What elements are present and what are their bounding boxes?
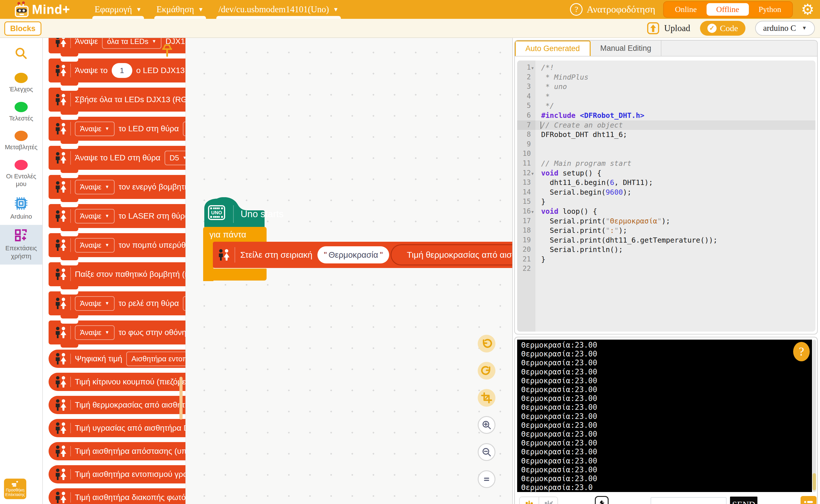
usb-disconnect-button[interactable] [538,497,557,504]
monitor-scrollbar[interactable] [813,340,816,492]
block-dropdown[interactable]: όλα τα LEDs▼ [102,38,161,49]
feedback-label: Ανατροφοδότηση [586,4,655,15]
chevron-down-icon: ▼ [105,243,109,248]
secondary-toolbar: Blocks Upload ✓ Code arduino C ▼ [0,19,820,38]
send-button[interactable]: SEND [730,497,757,504]
sidebar-item-4[interactable]: Arduino [0,193,42,225]
palette-block-17[interactable]: Τιμή αισθητήρα διακοπής φωτός στη [49,488,186,504]
palette-block-3[interactable]: Άναψε▼το LED στη θύραD5▼ [49,117,186,141]
serial-send-input[interactable] [651,497,727,504]
code-line-11: 11// Main program start [517,159,815,168]
tab-auto-generated[interactable]: Auto Generated [515,41,590,56]
palette-block-5[interactable]: Άναψε▼τον ενεργό βομβητή στη [49,175,186,199]
upload-button[interactable]: Upload [646,21,690,35]
mode-switcher: OnlineOfflinePython [663,1,793,18]
code-toggle[interactable]: ✓ Code [700,21,745,36]
redo-button[interactable] [478,362,495,380]
sidebar-item-2[interactable]: Μεταβλητές [0,127,42,156]
palette-block-11[interactable]: Ψηφιακή τιμήΑισθητήρα εντοπισμο▼ [49,350,186,368]
monitor-scrollbar-thumb[interactable] [813,473,816,490]
couple-icon [55,38,66,47]
output-list-button[interactable] [801,496,817,504]
clear-output-button[interactable] [595,496,608,504]
monitor-line: Θερμοκρασία:23.00 [521,341,812,350]
palette-block-14[interactable]: Τιμή υγρασίας από αισθητήρα DHT11 [49,419,186,437]
fold-icon[interactable]: ▼ [531,207,534,217]
couple-icon [55,239,66,251]
mode-python[interactable]: Python [749,3,791,16]
blocks-tab-button[interactable]: Blocks [4,21,41,36]
palette-block-7[interactable]: Άναψε▼τον πομπό υπερύθρων στ [49,233,186,257]
serial-string-input[interactable]: " Θερμοκρασία " [318,246,389,263]
palette-block-10[interactable]: Άναψε▼το φως στην οθόνη LCD1 [49,320,186,344]
mode-online[interactable]: Online [665,3,706,16]
temperature-reporter-block[interactable]: Τιμή θερμοκρασίας από αισθητή [391,244,513,265]
sidebar-item-3[interactable]: Οι Εντολές μου [0,156,42,193]
block-dropdown[interactable]: Άναψε▼ [75,296,114,311]
block-dropdown[interactable]: Άναψε▼ [75,122,114,136]
couple-icon [55,123,66,135]
language-selector[interactable]: arduino C ▼ [755,21,815,36]
fold-icon[interactable]: ▼ [531,169,534,179]
mode-offline[interactable]: Offline [707,3,749,16]
block-dropdown[interactable]: Άναψε▼ [75,325,114,340]
center-view-button[interactable] [478,470,495,488]
zoom-out-button[interactable] [478,443,495,461]
block-dropdown[interactable]: D5▼ [183,296,186,311]
palette-block-6[interactable]: Άναψε▼το LASER στη θύραD5▼ [49,204,186,228]
menu-item-0[interactable]: Εφαρμογή▼ [87,0,149,19]
serial-print-block[interactable]: Στείλε στη σειριακή " Θερμοκρασία " και … [213,242,513,268]
sidebar-item-0[interactable]: Έλεγχος [0,69,42,98]
forever-label: για πάντα [210,230,246,239]
zoom-in-button[interactable] [478,416,495,434]
palette-block-4[interactable]: Άναψε το LED στη θύραD5▼με έ [49,146,186,170]
palette-block-8[interactable]: Παίξε στον παθητικό βομβητή (ηχείο) σ [49,262,186,286]
palette-block-2[interactable]: Σβήσε όλα τα LEDs DJX13 (RGB), στη θ [49,88,186,112]
chevron-down-icon: ▼ [136,6,142,13]
help-button[interactable]: ? [793,342,810,361]
sidebar-item-5[interactable]: Επεκτάσεις χρήστη [0,225,42,265]
sidebar-item-1[interactable]: Τελεστές [0,98,42,127]
palette-block-13[interactable]: Τιμή θερμοκρασίας από αισθητήρα DH [49,396,186,414]
usb-connect-button[interactable] [520,497,538,504]
block-number-input[interactable]: 1 [112,63,132,78]
add-extension-button[interactable]: Προσθήκη Επέκτασης [4,479,26,499]
couple-icon [55,376,66,388]
monitor-line: Θερμοκρασία:23.00 [521,376,812,385]
monitor-line: Θερμοκρασία:23.00 [521,457,812,465]
couple-icon [55,468,66,480]
block-dropdown[interactable]: D5▼ [164,151,186,165]
sidebar-item-label: Επεκτάσεις χρήστη [1,244,41,260]
tab-manual-editing[interactable]: Manual Editing [590,41,662,56]
block-dropdown[interactable]: Άναψε▼ [75,180,114,194]
search-icon [14,46,29,61]
palette-block-12[interactable]: Τιμή κίτρινου κουμπού (πιεζόμενου δι [49,373,186,391]
search-button[interactable] [0,38,42,69]
fold-icon[interactable]: ▼ [531,63,534,73]
palette-block-9[interactable]: Άναψε▼το ρελέ στη θύραD5▼ [49,291,186,315]
menu-item-1[interactable]: Εκμάθηση▼ [149,0,211,19]
code-editor[interactable]: 1▼/*!2 * MindPlus3 * uno4 *5 */6#include… [517,61,815,332]
menu-item-2[interactable]: /dev/cu.usbmodem14101(Uno)▼ [211,0,346,19]
screenshot-button[interactable] [478,389,495,407]
undo-button[interactable] [478,335,495,352]
code-line-16: 16▼void loop() { [517,207,815,216]
block-dropdown[interactable]: Άναψε▼ [75,238,114,253]
category-sidebar: ΈλεγχοςΤελεστέςΜεταβλητέςΟι Εντολές μου … [0,38,43,504]
couple-icon [55,297,66,309]
block-dropdown[interactable]: D5▼ [183,122,186,136]
feedback-button[interactable]: ? Ανατροφοδότηση [570,3,655,16]
code-line-12: 12▼void setup() { [517,168,815,178]
chevron-down-icon: ▼ [105,330,109,335]
block-dropdown[interactable]: Αισθητήρα εντοπισμο▼ [126,352,186,366]
palette-scrollbar[interactable] [179,377,182,420]
serial-monitor-toolbar: SEND [515,494,817,504]
code-line-13: 13 dht11_6.begin(6, DHT11); [517,178,815,188]
mindplus-logo[interactable]: Mind+ [14,1,70,18]
workspace-canvas[interactable]: UNO Uno starts για πάντα Στείλε στη σειρ… [186,38,513,504]
gear-icon[interactable]: ⚙ [801,2,814,17]
palette-block-15[interactable]: Τιμή αισθητήρα απόστασης (υπερήχω [49,442,186,460]
palette-block-16[interactable]: Τιμή αισθητήρα εντοπισμού γραμμής [49,465,186,483]
code-line-18: 18 Serial.print(":"); [517,226,815,235]
block-dropdown[interactable]: Άναψε▼ [75,209,114,223]
